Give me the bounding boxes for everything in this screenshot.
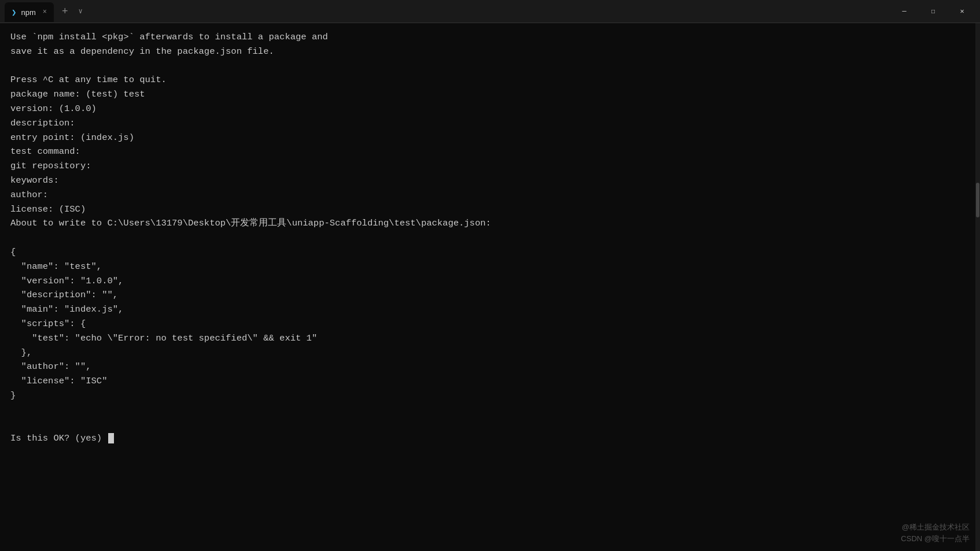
- terminal-line: "main": "index.js",: [10, 302, 970, 317]
- scrollbar[interactable]: [975, 23, 980, 551]
- terminal-line: license: (ISC): [10, 202, 970, 217]
- terminal-line: }: [10, 389, 970, 403]
- terminal-line: },: [10, 346, 970, 360]
- terminal-line: "author": "",: [10, 360, 970, 374]
- window-controls: — ☐ ✕: [891, 2, 975, 21]
- terminal-line: test command:: [10, 145, 970, 159]
- terminal-line: Press ^C at any time to quit.: [10, 73, 970, 87]
- minimize-button[interactable]: —: [891, 2, 918, 21]
- terminal-line: entry point: (index.js): [10, 131, 970, 145]
- terminal-line: [10, 59, 970, 73]
- terminal-line: version: (1.0.0): [10, 102, 970, 116]
- terminal-output: Use `npm install <pkg>` afterwards to in…: [10, 30, 970, 446]
- powershell-icon: ❯: [12, 8, 16, 17]
- terminal-line: "name": "test",: [10, 260, 970, 274]
- terminal-line: package name: (test) test: [10, 87, 970, 102]
- terminal-line: "version": "1.0.0",: [10, 274, 970, 289]
- terminal-line: About to write to C:\Users\13179\Desktop…: [10, 216, 970, 231]
- close-button[interactable]: ✕: [949, 2, 975, 21]
- watermark: @稀土掘金技术社区 CSDN @嗖十一点半: [901, 522, 970, 544]
- terminal-line: git repository:: [10, 159, 970, 173]
- terminal-line: [10, 417, 970, 432]
- terminal-window: ❯ npm × + ∨ — ☐ ✕ Use `npm install <pkg>…: [0, 0, 980, 551]
- terminal-line: author:: [10, 188, 970, 202]
- terminal-line: [10, 403, 970, 417]
- terminal-cursor: [108, 433, 114, 443]
- terminal-line: {: [10, 245, 970, 260]
- terminal-line: Use `npm install <pkg>` afterwards to in…: [10, 30, 970, 45]
- scrollbar-thumb[interactable]: [976, 183, 979, 217]
- titlebar: ❯ npm × + ∨ — ☐ ✕: [0, 0, 980, 23]
- tab-close-button[interactable]: ×: [43, 8, 47, 16]
- terminal-line: description:: [10, 116, 970, 131]
- maximize-button[interactable]: ☐: [920, 2, 946, 21]
- tab-title: npm: [21, 8, 35, 17]
- active-tab[interactable]: ❯ npm ×: [5, 2, 54, 22]
- tab-dropdown-button[interactable]: ∨: [76, 6, 84, 17]
- titlebar-actions: + ∨: [58, 4, 85, 19]
- terminal-line: Is this OK? (yes): [10, 431, 970, 446]
- new-tab-button[interactable]: +: [58, 4, 72, 19]
- terminal-line: "license": "ISC": [10, 374, 970, 389]
- terminal-line: save it as a dependency in the package.j…: [10, 45, 970, 59]
- terminal-line: [10, 231, 970, 245]
- terminal-line: "description": "",: [10, 288, 970, 302]
- terminal-line: "test": "echo \"Error: no test specified…: [10, 331, 970, 346]
- terminal-line: keywords:: [10, 173, 970, 188]
- terminal-line: "scripts": {: [10, 317, 970, 331]
- terminal-body[interactable]: Use `npm install <pkg>` afterwards to in…: [0, 23, 980, 551]
